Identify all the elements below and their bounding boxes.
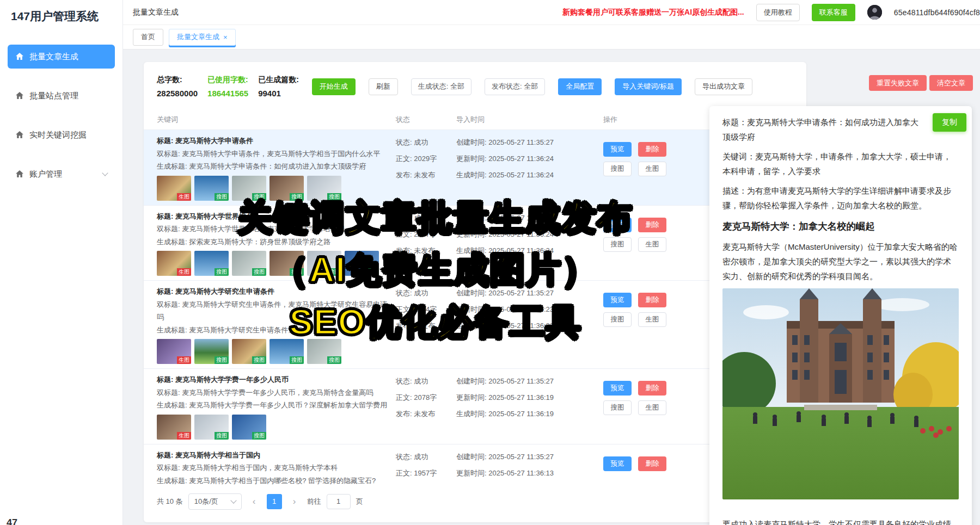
home-icon — [15, 52, 24, 61]
reset-failed-button[interactable]: 重置失败文章 — [869, 75, 927, 91]
delete-button[interactable]: 删除 — [638, 456, 666, 471]
preview-button[interactable]: 预览 — [603, 381, 632, 396]
thumbnail[interactable]: 搜图 — [270, 176, 304, 201]
app-logo: 147用户管理系统 — [0, 0, 122, 29]
thumbnail[interactable]: 搜图 — [194, 339, 229, 364]
home-icon — [15, 170, 24, 178]
keyword-cell: 标题: 麦克马斯特大学学费一年多少人民币 双标题: 麦克马斯特大学学费一年多少人… — [157, 373, 392, 440]
table-row[interactable]: 标题: 麦克马斯特大学学费一年多少人民币 双标题: 麦克马斯特大学学费一年多少人… — [144, 369, 806, 444]
search-image-button[interactable]: 搜图 — [603, 312, 632, 327]
next-page-button[interactable]: › — [287, 494, 302, 509]
preview-button[interactable]: 预览 — [603, 456, 632, 471]
sidebar-item-keyword-mining[interactable]: 实时关键词挖掘 — [8, 123, 115, 147]
stat-used-words: 已使用字数: 186441565 — [207, 75, 248, 98]
generate-image-button[interactable]: 生图 — [638, 400, 666, 415]
contact-support-button[interactable]: 联系客服 — [812, 4, 855, 21]
preview-button[interactable]: 预览 — [603, 293, 632, 307]
tab-batch-article[interactable]: 批量文章生成 × — [169, 29, 236, 46]
thumbnail[interactable]: 搜图 — [307, 251, 341, 276]
thumbnail[interactable]: 搜图 — [307, 339, 341, 364]
refresh-button[interactable]: 刷新 — [369, 78, 398, 95]
page-unit: 页 — [356, 497, 363, 507]
generate-image-button[interactable]: 生图 — [638, 162, 666, 176]
thumbnail[interactable]: 搜图 — [270, 339, 304, 364]
thumbnail[interactable]: 搜图 — [270, 251, 304, 276]
search-image-tag: 搜图 — [327, 193, 341, 201]
clear-articles-button[interactable]: 清空文章 — [929, 75, 973, 91]
tutorial-button[interactable]: 使用教程 — [756, 4, 800, 21]
table-row[interactable]: 标题: 麦克马斯特大学申请条件 双标题: 麦克马斯特大学申请条件，麦克马斯特大学… — [144, 130, 806, 206]
per-page-select[interactable]: 10条/页 — [188, 493, 242, 510]
thumbnail[interactable]: 搜图 — [345, 251, 379, 276]
home-icon — [15, 131, 24, 139]
sidebar-item-label: 批量站点管理 — [29, 91, 78, 101]
actions-cell: 预览删除 — [603, 449, 690, 480]
thumbnail[interactable]: 生图 — [157, 251, 191, 276]
thumbnail[interactable]: 搜图 — [194, 251, 229, 276]
delete-button[interactable]: 删除 — [638, 218, 666, 232]
promo-notice[interactable]: 新购套餐用户可联系客服赠送一万张AI原创生成配图... — [562, 8, 744, 17]
thumbnail[interactable]: 搜图 — [232, 415, 266, 440]
thumbnail[interactable]: 搜图 — [232, 176, 266, 201]
search-image-tag: 搜图 — [215, 193, 229, 201]
search-image-tag: 搜图 — [252, 356, 266, 364]
generate-status-select[interactable]: 生成状态: 全部 — [411, 78, 471, 95]
preview-button[interactable]: 预览 — [603, 142, 632, 157]
actions-cell: 预览删除搜图生图 — [603, 285, 690, 364]
page-number-1[interactable]: 1 — [267, 494, 282, 509]
thumbnail[interactable]: 搜图 — [194, 176, 229, 201]
thumbnail-strip: 生图搜图搜图搜图搜图 — [157, 339, 392, 364]
goto-page-input[interactable] — [327, 494, 351, 509]
thumbnail[interactable]: 搜图 — [232, 251, 266, 276]
preview-heading: 麦克马斯特大学：加拿大名校的崛起 — [722, 220, 959, 233]
sidebar-item-label: 账户管理 — [29, 169, 62, 180]
thumbnail[interactable]: 搜图 — [232, 339, 266, 364]
thumbnail-strip: 生图搜图搜图 — [157, 415, 392, 440]
article-list-panel: 总字数: 282580000 已使用字数: 186441565 已生成篇数: 9… — [144, 62, 806, 522]
sidebar-item-batch-site[interactable]: 批量站点管理 — [8, 84, 115, 108]
generate-image-button[interactable]: 生图 — [638, 237, 666, 252]
thumbnail[interactable]: 生图 — [157, 339, 191, 364]
thumbnail[interactable]: 生图 — [157, 176, 191, 201]
close-icon[interactable]: × — [223, 33, 228, 41]
header-import-time: 导入时间 — [456, 115, 599, 125]
table-header: 关键词 状态 导入时间 操作 — [144, 110, 806, 130]
search-image-tag: 搜图 — [252, 268, 266, 276]
table-row[interactable]: 标题: 麦克马斯特大学相当于国内 双标题: 麦克马斯特大学相当于国内，麦克马斯特… — [144, 444, 806, 485]
app-window: 147用户管理系统 批量文章生成 批量站点管理 实时关键词挖掘 账户管理 47 — [0, 0, 980, 525]
thumbnail[interactable]: 搜图 — [307, 176, 341, 201]
thumbnail[interactable]: 生图 — [157, 415, 191, 440]
tab-home[interactable]: 首页 — [133, 29, 163, 46]
sidebar-item-batch-article[interactable]: 批量文章生成 — [8, 45, 115, 69]
global-config-button[interactable]: 全局配置 — [558, 78, 602, 95]
copy-button[interactable]: 复制 — [933, 113, 966, 132]
search-image-tag: 搜图 — [215, 268, 229, 276]
delete-button[interactable]: 删除 — [638, 142, 666, 157]
search-image-tag: 搜图 — [252, 432, 266, 440]
search-image-button[interactable]: 搜图 — [603, 237, 632, 252]
sidebar-item-account[interactable]: 账户管理 — [8, 162, 115, 186]
search-image-button[interactable]: 搜图 — [603, 400, 632, 415]
chevron-down-icon — [102, 170, 108, 176]
search-image-tag: 搜图 — [327, 356, 341, 364]
delete-button[interactable]: 删除 — [638, 293, 666, 307]
pagination: 共 10 条 10条/页 ‹ 1 › 前往 页 — [144, 485, 806, 510]
table-row[interactable]: 标题: 麦克马斯特大学研究生申请条件 双标题: 麦克马斯特大学研究生申请条件，麦… — [144, 281, 806, 369]
preview-description: 描述：为有意申请麦克马斯特大学的学生详细讲解申请要求及步骤，帮助你轻松掌握入学条… — [722, 183, 959, 213]
export-success-button[interactable]: 导出成功文章 — [695, 78, 752, 95]
import-keywords-button[interactable]: 导入关键词/标题 — [615, 78, 682, 95]
generate-image-button[interactable]: 生图 — [638, 312, 666, 327]
table-row[interactable]: 标题: 麦克马斯特大学世界排名 双标题: 麦克马斯特大学世界排名，麦克马斯特大学… — [144, 206, 806, 281]
goto-label: 前往 — [307, 497, 321, 507]
gen-image-tag: 生图 — [177, 432, 191, 440]
preview-button[interactable]: 预览 — [603, 218, 632, 232]
prev-page-button[interactable]: ‹ — [247, 494, 261, 509]
search-image-button[interactable]: 搜图 — [603, 162, 632, 176]
start-generate-button[interactable]: 开始生成 — [312, 78, 356, 95]
tab-label: 批量文章生成 — [177, 32, 219, 42]
search-image-tag: 搜图 — [327, 268, 341, 276]
delete-button[interactable]: 删除 — [638, 381, 666, 396]
avatar[interactable] — [867, 5, 882, 20]
publish-status-select[interactable]: 发布状态: 全部 — [485, 78, 545, 95]
thumbnail[interactable]: 搜图 — [194, 415, 229, 440]
